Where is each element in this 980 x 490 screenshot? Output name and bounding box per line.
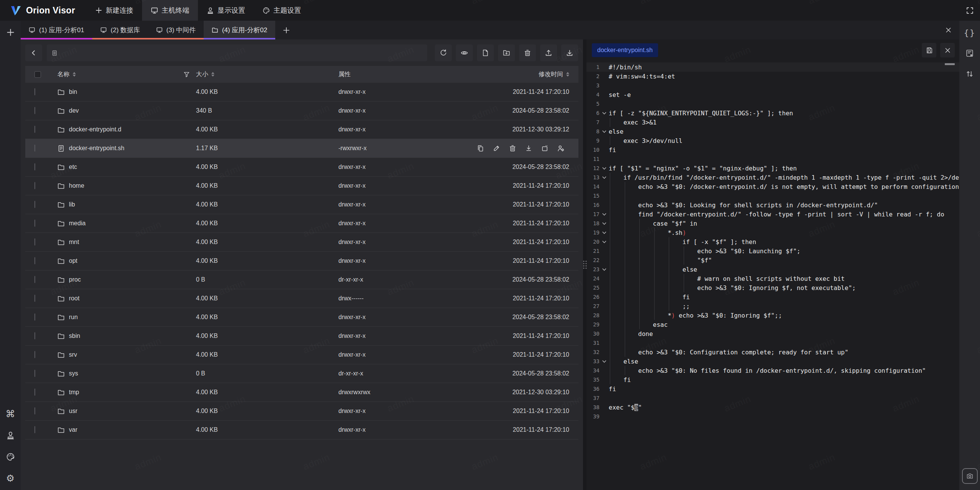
permissions-button[interactable] [557,144,565,152]
code-line[interactable]: 23 else [586,265,959,274]
file-table-row[interactable]: root 4.00 KB drwx------ 2021-11-24 17:20… [25,289,578,308]
fold-chevron-icon[interactable] [599,231,609,234]
code-line[interactable]: 2# vim:sw=4:ts=4:et [586,72,959,81]
file-table-row[interactable]: sys 0 B dr-xr-xr-x 2024-05-28 23:58:02 [25,364,578,383]
menu-display-settings[interactable]: 显示设置 [198,0,254,21]
code-line[interactable]: 20 if [ -x "$f" ]; then [586,237,959,246]
row-checkbox[interactable] [34,351,35,358]
row-checkbox[interactable] [34,332,35,339]
file-bookmark-button[interactable] [963,47,976,60]
code-line[interactable]: 5 [586,99,959,108]
file-table-row[interactable]: usr 4.00 KB drwxr-xr-x 2021-11-24 17:20:… [25,402,578,421]
truncate-file-button[interactable] [541,144,549,152]
code-line[interactable]: 32 echo >&3 "$0: Configuration complete;… [586,347,959,357]
code-line[interactable]: 11 [586,154,959,164]
code-line[interactable]: 16 echo >&3 "$0: Looking for shell scrip… [586,200,959,210]
column-header-size[interactable]: 大小 [196,70,338,79]
row-checkbox[interactable] [34,295,35,302]
code-line[interactable]: 29 esac [586,320,959,329]
theme-settings-button[interactable] [4,450,17,463]
code-line[interactable]: 25 echo >&3 "$0: Ignoring $f, not execut… [586,283,959,292]
code-line[interactable]: 12if [ "$1" = "nginx" -o "$1" = "nginx-d… [586,164,959,173]
row-checkbox[interactable] [34,220,35,227]
code-line[interactable]: 21 echo >&3 "$0: Launching $f"; [586,246,959,256]
code-line[interactable]: 35 fi [586,375,959,384]
code-line[interactable]: 17 find "/docker-entrypoint.d/" -follow … [586,210,959,219]
row-checkbox[interactable] [34,126,35,133]
file-table-row[interactable]: tmp 4.00 KB drwxrwxrwx 2021-12-30 03:29:… [25,383,578,402]
row-checkbox[interactable] [34,370,35,377]
file-table-row[interactable]: docker-entrypoint.sh 1.17 KB -rwxrwxr-x [25,139,578,158]
preview-button[interactable] [456,44,473,61]
code-line[interactable]: 18 case "$f" in [586,219,959,228]
fold-chevron-icon[interactable] [599,268,609,271]
file-table-row[interactable]: docker-entrypoint.d 4.00 KB drwxr-xr-x 2… [25,120,578,139]
variables-button[interactable]: {} [963,26,976,39]
code-line[interactable]: 24 # warn on shell scripts without exec … [586,274,959,283]
file-table-row[interactable]: bin 4.00 KB drwxr-xr-x 2021-11-24 17:20:… [25,83,578,102]
file-table-row[interactable]: dev 340 B drwxr-xr-x 2024-05-28 23:58:02 [25,102,578,120]
code-line[interactable]: 7 exec 3>&1 [586,118,959,127]
new-folder-button[interactable] [498,44,515,61]
fold-chevron-icon[interactable] [599,112,609,115]
file-table-row[interactable]: proc 0 B dr-xr-xr-x 2024-05-28 23:58:02 [25,270,578,289]
sort-icon[interactable] [211,72,214,77]
display-settings-button[interactable] [4,429,17,442]
shortcut-keys-button[interactable]: ⌘ [4,407,17,420]
row-checkbox[interactable] [34,257,35,264]
new-file-button[interactable] [477,44,494,61]
code-editor[interactable]: 1#!/bin/sh2# vim:sw=4:ts=4:et34set -e56i… [586,61,959,490]
sort-icon[interactable] [566,72,569,77]
code-line[interactable]: 22 "$f" [586,256,959,265]
download-button[interactable] [561,44,578,61]
code-line[interactable]: 36fi [586,384,959,393]
row-checkbox[interactable] [34,201,35,208]
session-tab[interactable]: (4) 应用-分析02 [204,21,275,39]
back-button[interactable] [25,44,42,61]
edit-file-button[interactable] [493,144,500,152]
file-table-row[interactable]: opt 4.00 KB drwxr-xr-x 2021-11-24 17:20:… [25,252,578,270]
file-table-row[interactable]: var 4.00 KB drwxr-xr-x 2021-11-24 17:20:… [25,421,578,439]
add-tab-button[interactable] [275,21,297,39]
download-file-button[interactable] [525,144,532,152]
copy-path-button[interactable] [477,144,484,152]
fold-chevron-icon[interactable] [599,360,609,363]
code-line[interactable]: 27 ;; [586,302,959,311]
code-line[interactable]: 6if [ -z "${NGINX_ENTRYPOINT_QUIET_LOGS:… [586,108,959,118]
code-line[interactable]: 37 [586,393,959,403]
file-table-row[interactable]: sbin 4.00 KB drwxr-xr-x 2021-11-24 17:20… [25,327,578,346]
row-checkbox[interactable] [34,88,35,95]
file-table-row[interactable]: srv 4.00 KB drwxr-xr-x 2021-11-24 17:20:… [25,346,578,364]
file-table-row[interactable]: run 4.00 KB drwxr-xr-x 2024-05-28 23:58:… [25,308,578,327]
fold-chevron-icon[interactable] [599,241,609,243]
session-tab[interactable]: (3) 中间件 [148,21,204,39]
refresh-button[interactable] [435,44,452,61]
code-line[interactable]: 30 done [586,329,959,338]
path-input[interactable] [61,49,423,56]
delete-file-button[interactable] [509,144,516,152]
menu-theme-settings[interactable]: 主题设置 [254,0,310,21]
fullscreen-button[interactable] [963,4,976,17]
column-header-mtime[interactable]: 修改时间 [499,70,578,79]
file-table-row[interactable]: etc 4.00 KB drwxr-xr-x 2024-05-28 23:58:… [25,158,578,177]
select-all-checkbox[interactable] [34,71,41,78]
fold-chevron-icon[interactable] [599,222,609,225]
sort-order-button[interactable] [963,67,976,80]
fold-chevron-icon[interactable] [599,176,609,179]
delete-button[interactable] [519,44,536,61]
code-line[interactable]: 3 [586,81,959,90]
row-checkbox[interactable] [34,163,35,170]
code-line[interactable]: 4set -e [586,90,959,99]
code-line[interactable]: 34 echo >&3 "$0: No files found in /dock… [586,366,959,375]
code-line[interactable]: 28 *) echo >&3 "$0: Ignoring $f";; [586,311,959,320]
row-checkbox[interactable] [34,107,35,114]
row-checkbox[interactable] [34,426,35,433]
code-line[interactable]: 38exec "$@" [586,403,959,412]
code-line[interactable]: 14 echo >&3 "$0: /docker-entrypoint.d/ i… [586,182,959,191]
code-line[interactable]: 33 else [586,357,959,366]
row-checkbox[interactable] [34,313,35,321]
row-checkbox[interactable] [34,182,35,189]
code-line[interactable]: 31 [586,338,959,347]
session-tab[interactable]: (1) 应用-分析01 [21,21,92,39]
file-table-row[interactable]: home 4.00 KB drwxr-xr-x 2021-11-24 17:20… [25,177,578,195]
